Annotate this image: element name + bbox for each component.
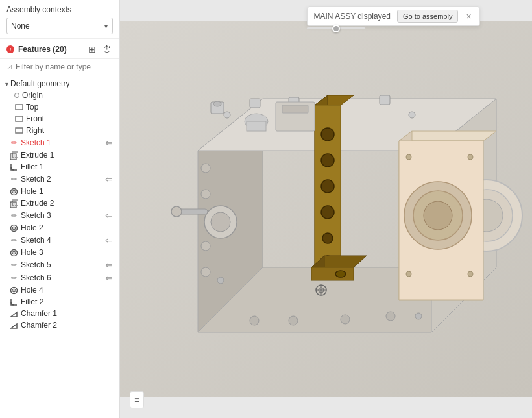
tree-item-right[interactable]: Right [0, 125, 119, 136]
svg-rect-63 [289, 316, 298, 325]
svg-point-70 [224, 112, 230, 118]
tree-item-fillet1[interactable]: Fillet 1 [0, 161, 119, 173]
arrow-icon-sketch2: ⇐ [105, 174, 113, 184]
3d-viewport[interactable] [120, 0, 532, 418]
tree-item-sketch5[interactable]: ✏ Sketch 5 ⇐ [0, 258, 119, 271]
sketch-icon-2: ✏ [9, 175, 18, 184]
svg-point-42 [321, 180, 334, 193]
tree-item-sketch4[interactable]: ✏ Sketch 4 ⇐ [0, 234, 119, 247]
svg-point-75 [468, 154, 473, 160]
svg-rect-62 [250, 316, 259, 325]
chamfer2-label: Chamfer 2 [21, 321, 113, 330]
opacity-slider-track[interactable] [307, 27, 365, 29]
features-title: Features (20) [18, 45, 83, 54]
filter-input[interactable] [16, 62, 113, 71]
tree-item-sketch3[interactable]: ✏ Sketch 3 ⇐ [0, 209, 119, 222]
svg-point-14 [12, 289, 16, 292]
svg-rect-1 [16, 116, 23, 121]
features-header: ! Features (20) ⊞ ⏱ [0, 39, 119, 59]
filter-icon: ⊿ [6, 62, 13, 71]
tree-item-hole2[interactable]: Hole 2 [0, 222, 119, 234]
sketch3-label: Sketch 3 [21, 211, 103, 220]
svg-rect-65 [386, 312, 395, 321]
sketch-icon-3: ✏ [9, 211, 18, 220]
assembly-contexts-dropdown[interactable]: None [6, 18, 113, 34]
sketch-icon-5: ✏ [9, 260, 18, 269]
tree-item-extrude2[interactable]: Extrude 2 [0, 197, 119, 209]
arrow-icon-sketch5: ⇐ [105, 260, 113, 270]
svg-rect-33 [247, 121, 266, 131]
arrow-icon-sketch4: ⇐ [105, 235, 113, 245]
svg-point-6 [12, 190, 16, 193]
go-to-assembly-button[interactable]: Go to assembly [397, 10, 458, 23]
front-label: Front [26, 114, 113, 123]
tree-item-hole1[interactable]: Hole 1 [0, 186, 119, 197]
feature-tree: ▾ Default geometry Origin Top Front [0, 75, 119, 418]
sketch-icon-1: ✏ [9, 138, 18, 147]
svg-point-40 [321, 128, 334, 141]
tree-item-sketch1[interactable]: ✏ Sketch 1 ⇐ [0, 136, 119, 149]
right-label: Right [26, 126, 113, 135]
tree-item-hole4[interactable]: Hole 4 [0, 284, 119, 296]
plane-icon-right [14, 126, 23, 135]
sketch4-label: Sketch 4 [21, 236, 103, 245]
svg-point-10 [12, 227, 16, 230]
plane-icon-front [14, 114, 23, 123]
svg-point-77 [468, 271, 473, 277]
svg-rect-0 [16, 104, 23, 110]
svg-rect-3 [10, 154, 16, 160]
svg-point-25 [213, 101, 221, 106]
main-viewport[interactable]: MAIN ASSY displayed Go to assembly × [120, 0, 532, 418]
svg-rect-64 [341, 315, 350, 324]
sketch5-label: Sketch 5 [21, 260, 103, 269]
arrow-icon-sketch1: ⇐ [105, 138, 113, 148]
svg-marker-48 [311, 267, 354, 280]
arrow-icon-sketch6: ⇐ [105, 273, 113, 283]
fillet-icon-2 [9, 297, 18, 306]
tree-item-chamfer1[interactable]: Chamfer 1 [0, 308, 119, 319]
svg-marker-15 [11, 312, 17, 317]
svg-point-55 [424, 201, 452, 230]
origin-icon [14, 93, 19, 98]
extrude-icon-1 [9, 151, 18, 160]
fillet-icon-1 [9, 162, 18, 171]
tree-item-origin[interactable]: Origin [0, 90, 119, 101]
svg-point-44 [322, 233, 333, 243]
svg-rect-61 [201, 267, 210, 277]
chevron-down-icon: ▾ [5, 80, 8, 88]
svg-rect-57 [282, 105, 308, 113]
svg-rect-58 [201, 164, 210, 173]
feature-icon-btn-2[interactable]: ⏱ [101, 43, 113, 56]
close-notification-icon[interactable]: × [465, 11, 472, 21]
assembly-contexts-label: Assembly contexts [6, 5, 113, 14]
tree-item-sketch2[interactable]: ✏ Sketch 2 ⇐ [0, 173, 119, 186]
hole4-label: Hole 4 [21, 286, 113, 295]
plane-icon-top [14, 103, 23, 112]
svg-rect-30 [178, 209, 208, 214]
tree-item-chamfer2[interactable]: Chamfer 2 [0, 319, 119, 331]
tree-item-extrude1[interactable]: Extrude 1 [0, 149, 119, 161]
feature-icon-btn-1[interactable]: ⊞ [87, 43, 97, 56]
tree-item-top[interactable]: Top [0, 101, 119, 113]
sketch6-label: Sketch 6 [21, 273, 103, 282]
tree-item-front[interactable]: Front [0, 113, 119, 125]
fillet2-label: Fillet 2 [21, 297, 113, 306]
svg-point-72 [217, 277, 224, 284]
3d-model-svg [120, 21, 532, 397]
top-label: Top [26, 103, 113, 112]
opacity-slider-thumb[interactable] [332, 25, 340, 32]
svg-point-31 [171, 206, 182, 217]
fillet1-label: Fillet 1 [21, 162, 113, 171]
tree-item-fillet2[interactable]: Fillet 2 [0, 296, 119, 308]
default-geometry-group[interactable]: ▾ Default geometry [0, 78, 119, 90]
svg-point-23 [211, 212, 230, 232]
bottom-toolbar-button[interactable]: ≡ [130, 391, 144, 408]
extrude1-label: Extrude 1 [21, 151, 113, 160]
svg-point-71 [409, 112, 415, 118]
tree-item-sketch6[interactable]: ✏ Sketch 6 ⇐ [0, 271, 119, 284]
chamfer-icon-1 [9, 309, 18, 318]
svg-point-41 [321, 154, 334, 167]
hole-icon-4 [9, 286, 18, 295]
tree-item-hole3[interactable]: Hole 3 [0, 247, 119, 258]
svg-rect-29 [380, 95, 390, 104]
